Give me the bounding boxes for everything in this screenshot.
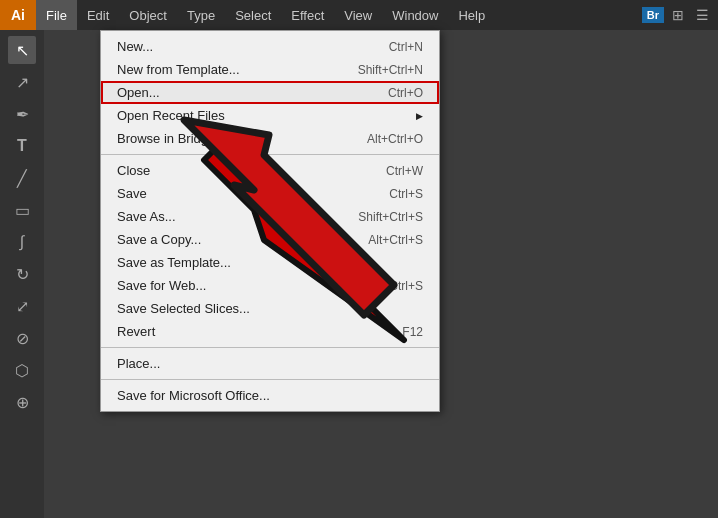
- menu-item-revert-label: Revert: [117, 324, 155, 339]
- menu-item-new-label: New...: [117, 39, 153, 54]
- menu-item-save-copy[interactable]: Save a Copy... Alt+Ctrl+S: [101, 228, 439, 251]
- tool-zoom[interactable]: ⊕: [8, 388, 36, 416]
- menu-item-save-office-label: Save for Microsoft Office...: [117, 388, 270, 403]
- menu-select[interactable]: Select: [225, 0, 281, 30]
- menu-item-open-shortcut: Ctrl+O: [388, 86, 423, 100]
- menu-file[interactable]: File: [36, 0, 77, 30]
- menu-item-open-label: Open...: [117, 85, 160, 100]
- tool-text[interactable]: T: [8, 132, 36, 160]
- separator-1: [101, 154, 439, 155]
- menu-item-browse[interactable]: Browse in Bridge... Alt+Ctrl+O: [101, 127, 439, 150]
- file-dropdown-menu: New... Ctrl+N New from Template... Shift…: [100, 30, 440, 412]
- menu-item-new-shortcut: Ctrl+N: [389, 40, 423, 54]
- menu-item-save-shortcut: Ctrl+S: [389, 187, 423, 201]
- menu-item-close-label: Close: [117, 163, 150, 178]
- menu-item-save-template[interactable]: Save as Template...: [101, 251, 439, 274]
- menu-help[interactable]: Help: [448, 0, 495, 30]
- menu-bar: Ai File Edit Object Type Select Effect V…: [0, 0, 718, 30]
- menu-item-save-slices-label: Save Selected Slices...: [117, 301, 250, 316]
- menu-right: Br ⊞ ☰: [642, 5, 718, 25]
- separator-3: [101, 379, 439, 380]
- menu-item-close[interactable]: Close Ctrl+W: [101, 159, 439, 182]
- menu-item-revert-shortcut: F12: [402, 325, 423, 339]
- menu-item-revert[interactable]: Revert F12: [101, 320, 439, 343]
- tool-pen[interactable]: ✒: [8, 100, 36, 128]
- menu-object[interactable]: Object: [119, 0, 177, 30]
- toolbar: ↖ ↗ ✒ T ╱ ▭ ∫ ↻ ⤢ ⊘ ⬡ ⊕: [0, 30, 44, 518]
- main-area: ↖ ↗ ✒ T ╱ ▭ ∫ ↻ ⤢ ⊘ ⬡ ⊕ New... Ctrl+N Ne…: [0, 30, 718, 518]
- menu-item-new-template[interactable]: New from Template... Shift+Ctrl+N: [101, 58, 439, 81]
- tool-blend[interactable]: ⬡: [8, 356, 36, 384]
- tool-line[interactable]: ╱: [8, 164, 36, 192]
- arrange-icon[interactable]: ☰: [692, 5, 713, 25]
- menu-effect[interactable]: Effect: [281, 0, 334, 30]
- menu-item-save-template-label: Save as Template...: [117, 255, 231, 270]
- tool-rotate[interactable]: ↻: [8, 260, 36, 288]
- br-badge[interactable]: Br: [642, 7, 664, 23]
- menu-item-close-shortcut: Ctrl+W: [386, 164, 423, 178]
- workspace-icon[interactable]: ⊞: [668, 5, 688, 25]
- menu-item-save-label: Save: [117, 186, 147, 201]
- menu-item-save-web-shortcut: Alt+Shift+Ctrl+S: [337, 279, 423, 293]
- menu-item-place[interactable]: Place...: [101, 352, 439, 375]
- menu-item-save-as-label: Save As...: [117, 209, 176, 224]
- menu-item-new-template-label: New from Template...: [117, 62, 240, 77]
- canvas-area: New... Ctrl+N New from Template... Shift…: [44, 30, 718, 518]
- menu-item-save-copy-label: Save a Copy...: [117, 232, 201, 247]
- menu-edit[interactable]: Edit: [77, 0, 119, 30]
- menu-item-save-slices[interactable]: Save Selected Slices...: [101, 297, 439, 320]
- menu-item-browse-label: Browse in Bridge...: [117, 131, 226, 146]
- menu-type[interactable]: Type: [177, 0, 225, 30]
- menu-item-save-web[interactable]: Save for Web... Alt+Shift+Ctrl+S: [101, 274, 439, 297]
- menu-item-save[interactable]: Save Ctrl+S: [101, 182, 439, 205]
- tool-brush[interactable]: ∫: [8, 228, 36, 256]
- menu-item-browse-shortcut: Alt+Ctrl+O: [367, 132, 423, 146]
- tool-select[interactable]: ↖: [8, 36, 36, 64]
- menu-item-save-as[interactable]: Save As... Shift+Ctrl+S: [101, 205, 439, 228]
- tool-scale[interactable]: ⤢: [8, 292, 36, 320]
- menu-item-save-office[interactable]: Save for Microsoft Office...: [101, 384, 439, 407]
- menu-view[interactable]: View: [334, 0, 382, 30]
- ai-logo: Ai: [0, 0, 36, 30]
- separator-2: [101, 347, 439, 348]
- menu-item-open[interactable]: Open... Ctrl+O: [101, 81, 439, 104]
- menu-window[interactable]: Window: [382, 0, 448, 30]
- tool-eyedrop[interactable]: ⊘: [8, 324, 36, 352]
- menu-item-save-web-label: Save for Web...: [117, 278, 206, 293]
- menu-item-new[interactable]: New... Ctrl+N: [101, 35, 439, 58]
- menu-item-save-as-shortcut: Shift+Ctrl+S: [358, 210, 423, 224]
- tool-direct-select[interactable]: ↗: [8, 68, 36, 96]
- menu-item-open-recent[interactable]: Open Recent Files: [101, 104, 439, 127]
- menu-item-place-label: Place...: [117, 356, 160, 371]
- tool-shape[interactable]: ▭: [8, 196, 36, 224]
- menu-item-save-copy-shortcut: Alt+Ctrl+S: [368, 233, 423, 247]
- menu-item-new-template-shortcut: Shift+Ctrl+N: [358, 63, 423, 77]
- menu-item-open-recent-label: Open Recent Files: [117, 108, 225, 123]
- menu-items: File Edit Object Type Select Effect View…: [36, 0, 642, 30]
